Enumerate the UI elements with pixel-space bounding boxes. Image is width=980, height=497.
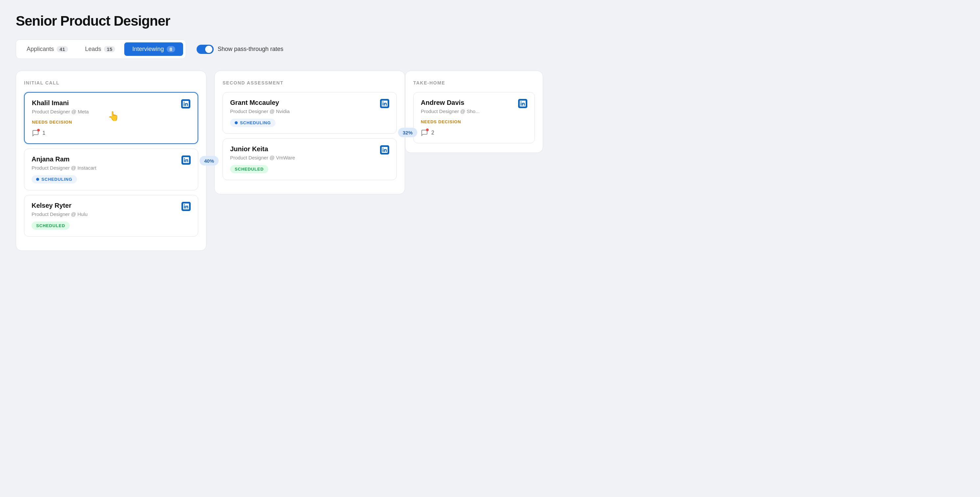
status-label: SCHEDULING: [41, 177, 72, 182]
pass-rate-second-assessment: 32%: [398, 128, 417, 137]
tabs-row: Applicants 41 Leads 15 Interviewing 8 Sh…: [16, 40, 964, 59]
card-header: Kelsey Ryter Product Designer @ Hulu SCH…: [32, 202, 191, 230]
card-footer: 1: [32, 130, 190, 137]
linkedin-icon[interactable]: [181, 156, 191, 165]
linkedin-icon[interactable]: [380, 99, 389, 108]
status-badge: SCHEDULED: [230, 165, 268, 173]
linkedin-svg: [183, 101, 189, 107]
linkedin-icon[interactable]: [181, 202, 191, 211]
candidate-role: Product Designer @ Sho...: [421, 108, 480, 114]
status-badge: NEEDS DECISION: [32, 119, 89, 125]
candidate-role: Product Designer @ Meta: [32, 109, 89, 114]
card-header: Andrew Davis Product Designer @ Sho... N…: [421, 99, 527, 125]
candidate-name: Junior Keita: [230, 145, 295, 153]
column-second-assessment: SECOND ASSESSMENT Grant Mccauley Product…: [214, 71, 405, 194]
pass-rate-initial-call: 40%: [200, 156, 219, 166]
toggle-knob: [205, 46, 212, 53]
card-andrew-davis[interactable]: Andrew Davis Product Designer @ Sho... N…: [413, 92, 535, 143]
comment-dot: [426, 129, 429, 131]
card-header: Khalil Imani Product Designer @ Meta NEE…: [32, 99, 190, 125]
card-info: Andrew Davis Product Designer @ Sho... N…: [421, 99, 480, 125]
card-footer: 2: [421, 129, 527, 137]
card-header: Grant Mccauley Product Designer @ Nvidia…: [230, 99, 389, 127]
comment-count: 2: [431, 130, 434, 136]
comment-icon: [32, 130, 39, 137]
tab-applicants[interactable]: Applicants 41: [19, 43, 76, 56]
linkedin-svg: [183, 203, 189, 210]
status-dot: [36, 178, 39, 181]
card-info: Junior Keita Product Designer @ VmWare S…: [230, 145, 295, 173]
pass-through-toggle-switch[interactable]: [197, 45, 214, 54]
linkedin-svg: [520, 101, 526, 106]
column-take-home: TAKE-HOME Andrew Davis Product Designer …: [405, 71, 543, 153]
status-badge: SCHEDULING: [32, 175, 77, 183]
linkedin-icon[interactable]: [518, 99, 527, 108]
card-info: Anjana Ram Product Designer @ Instacart …: [32, 156, 96, 183]
card-junior-keita[interactable]: Junior Keita Product Designer @ VmWare S…: [223, 138, 397, 180]
card-info: Grant Mccauley Product Designer @ Nvidia…: [230, 99, 290, 127]
comment-dot: [37, 129, 40, 132]
status-badge: SCHEDULED: [32, 222, 70, 230]
candidate-role: Product Designer @ Nvidia: [230, 108, 290, 114]
card-anjana-ram[interactable]: Anjana Ram Product Designer @ Instacart …: [24, 149, 198, 190]
linkedin-icon[interactable]: [181, 99, 190, 108]
linkedin-svg: [183, 157, 189, 163]
linkedin-svg: [382, 147, 388, 153]
card-kelsey-ryter[interactable]: Kelsey Ryter Product Designer @ Hulu SCH…: [24, 195, 198, 237]
candidate-name: Khalil Imani: [32, 99, 89, 107]
card-info: Kelsey Ryter Product Designer @ Hulu SCH…: [32, 202, 88, 230]
status-label: SCHEDULING: [240, 120, 271, 125]
tab-leads-badge: 15: [104, 46, 115, 52]
comment-count: 1: [42, 130, 45, 136]
tab-applicants-badge: 41: [57, 46, 68, 52]
status-badge: NEEDS DECISION: [421, 119, 480, 125]
page-title: Senior Product Designer: [16, 13, 964, 29]
status-label: SCHEDULED: [235, 167, 264, 171]
comment-icon: [421, 129, 428, 137]
status-label: SCHEDULED: [36, 223, 65, 228]
tab-applicants-label: Applicants: [27, 46, 54, 52]
card-header: Junior Keita Product Designer @ VmWare S…: [230, 145, 389, 173]
tabs-container: Applicants 41 Leads 15 Interviewing 8: [16, 40, 186, 59]
candidate-role: Product Designer @ VmWare: [230, 155, 295, 160]
tab-leads-label: Leads: [85, 46, 101, 52]
card-grant-mccauley[interactable]: Grant Mccauley Product Designer @ Nvidia…: [223, 92, 397, 134]
column-initial-call-title: INITIAL CALL: [24, 80, 198, 86]
linkedin-icon[interactable]: [380, 145, 389, 154]
tab-interviewing-label: Interviewing: [132, 46, 164, 52]
candidate-role: Product Designer @ Instacart: [32, 165, 96, 171]
card-info: Khalil Imani Product Designer @ Meta NEE…: [32, 99, 89, 125]
candidate-name: Kelsey Ryter: [32, 202, 88, 210]
candidate-role: Product Designer @ Hulu: [32, 211, 88, 217]
linkedin-svg: [382, 101, 388, 106]
card-khalil-imani[interactable]: Khalil Imani Product Designer @ Meta NEE…: [24, 92, 198, 144]
candidate-name: Andrew Davis: [421, 99, 480, 106]
tab-interviewing-badge: 8: [167, 46, 175, 52]
pass-through-label: Show pass-through rates: [218, 46, 283, 52]
status-badge: SCHEDULING: [230, 119, 275, 127]
kanban-board: INITIAL CALL Khalil Imani Product Design…: [16, 71, 964, 251]
candidate-name: Grant Mccauley: [230, 99, 290, 106]
status-dot: [235, 121, 238, 124]
tab-leads[interactable]: Leads 15: [77, 43, 123, 56]
tab-interviewing[interactable]: Interviewing 8: [124, 43, 183, 56]
column-second-assessment-title: SECOND ASSESSMENT: [223, 80, 397, 86]
card-header: Anjana Ram Product Designer @ Instacart …: [32, 156, 191, 183]
candidate-name: Anjana Ram: [32, 156, 96, 163]
pass-through-section: Show pass-through rates: [197, 45, 283, 54]
column-initial-call: INITIAL CALL Khalil Imani Product Design…: [16, 71, 207, 251]
column-take-home-title: TAKE-HOME: [413, 80, 535, 86]
